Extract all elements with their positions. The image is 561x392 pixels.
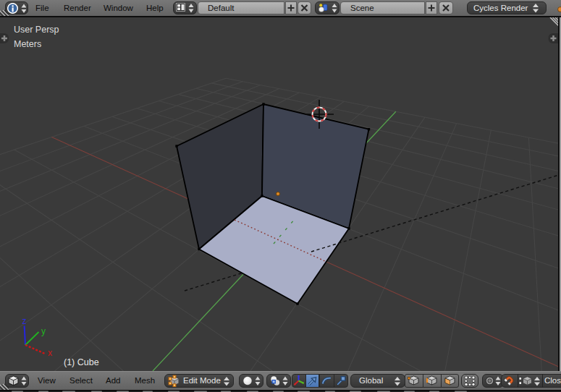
svg-text:z: z bbox=[22, 316, 27, 326]
svg-text:(1) Cube: (1) Cube bbox=[64, 357, 99, 367]
svg-text:User Persp: User Persp bbox=[14, 25, 59, 35]
svg-text:Meters: Meters bbox=[14, 39, 41, 49]
svg-text:y: y bbox=[41, 326, 46, 336]
svg-text:x: x bbox=[48, 348, 52, 358]
